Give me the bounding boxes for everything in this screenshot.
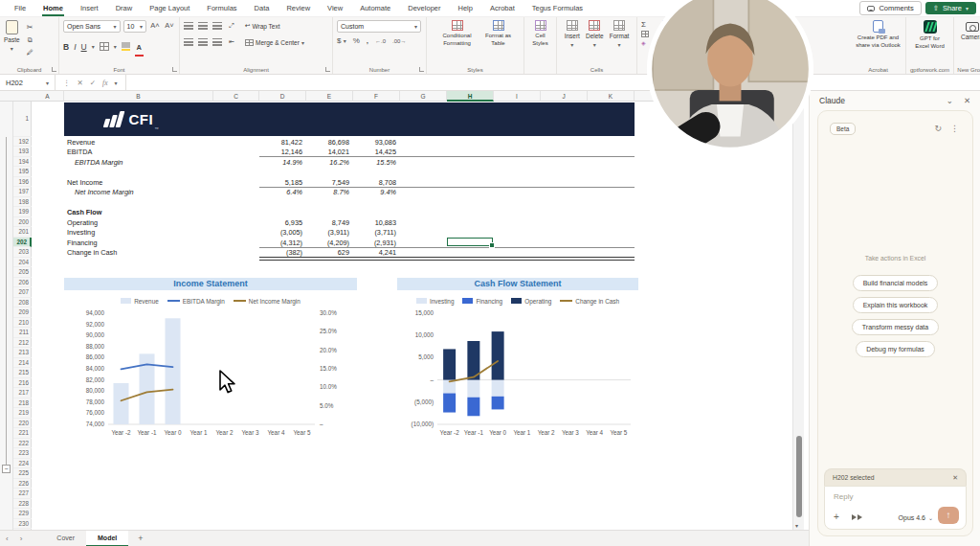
share-button[interactable]: ⇧ Share ▾ <box>925 2 976 14</box>
row-header-198[interactable]: 198 <box>13 197 32 208</box>
panel-close-icon[interactable]: ✕ <box>964 96 970 105</box>
row-header-211[interactable]: 211 <box>13 328 32 338</box>
row-header-213[interactable]: 213 <box>13 348 32 358</box>
row-header-212[interactable]: 212 <box>13 338 32 349</box>
sheet-tab-cover[interactable]: Cover <box>45 531 86 546</box>
cell-value[interactable]: (4,209) <box>305 239 349 247</box>
menu-view[interactable]: View <box>319 0 351 17</box>
row-header-218[interactable]: 218 <box>13 398 32 409</box>
cashflow-statement-chart[interactable]: Cash Flow Statement InvestingFinancingOp… <box>397 278 638 458</box>
align-middle-icon[interactable] <box>198 22 208 30</box>
row-header-202[interactable]: 202 <box>13 238 32 248</box>
menu-draw[interactable]: Draw <box>107 0 142 17</box>
row-header-219[interactable]: 219 <box>13 408 32 419</box>
row-header-227[interactable]: 227 <box>13 489 32 499</box>
column-header-B[interactable]: B <box>64 91 213 102</box>
bold-icon[interactable]: B <box>63 43 69 51</box>
row-header-193[interactable]: 193 <box>13 147 32 157</box>
align-center-icon[interactable] <box>198 38 208 46</box>
column-header-D[interactable]: D <box>259 91 306 102</box>
row-label-196[interactable]: Net Income <box>67 178 102 187</box>
grow-font-icon[interactable]: A˄ <box>149 20 161 32</box>
row-header-223[interactable]: 223 <box>13 448 32 459</box>
action-explain-this-workbook[interactable]: Explain this workbook <box>853 297 939 313</box>
cell-styles-button[interactable]: Cell Styles <box>528 20 552 47</box>
sheet-tab-model[interactable]: Model <box>86 531 128 546</box>
row-header-200[interactable]: 200 <box>13 217 32 228</box>
format-painter-icon[interactable]: 🖉 <box>24 47 36 58</box>
cell-value[interactable]: 14,021 <box>305 148 349 156</box>
menu-review[interactable]: Review <box>278 0 319 17</box>
row-header-228[interactable]: 228 <box>13 499 32 510</box>
alignment-dialog-launcher[interactable] <box>325 67 330 72</box>
insert-function-icon[interactable]: fx <box>102 79 107 87</box>
row-header-229[interactable]: 229 <box>13 509 32 519</box>
camera-button[interactable]: Camera <box>958 20 980 40</box>
row-header-192[interactable]: 192 <box>13 137 32 148</box>
history-icon[interactable]: ↻ <box>934 124 942 133</box>
row-header-199[interactable]: 199 <box>13 207 32 217</box>
row-label-194[interactable]: EBITDA Margin <box>75 158 122 167</box>
row-header-196[interactable]: 196 <box>13 177 32 188</box>
row-header-210[interactable]: 210 <box>13 318 32 329</box>
cell-value[interactable]: 9.4% <box>352 188 396 196</box>
menu-page-layout[interactable]: Page Layout <box>141 0 198 17</box>
row-header-203[interactable]: 203 <box>13 247 32 258</box>
income-statement-chart[interactable]: Income Statement RevenueEBITDA MarginNet… <box>64 278 357 458</box>
cell-value[interactable]: 16.2% <box>305 158 349 167</box>
action-build-financial-models[interactable]: Build financial models <box>853 275 939 291</box>
menu-home[interactable]: Home <box>34 0 72 17</box>
row-header-215[interactable]: 215 <box>13 368 32 378</box>
font-size-select[interactable]: 10▾ <box>123 20 147 33</box>
kebab-menu-icon[interactable]: ⋮ <box>950 124 959 133</box>
font-dialog-launcher[interactable] <box>172 67 177 72</box>
column-header-C[interactable]: C <box>213 91 259 102</box>
conditional-formatting-button[interactable]: Conditional Formatting <box>437 20 478 47</box>
cell-value[interactable]: 4,241 <box>352 248 396 257</box>
row-header-204[interactable]: 204 <box>13 258 32 268</box>
cell-value[interactable]: 8.7% <box>305 188 349 196</box>
row-header-217[interactable]: 217 <box>13 388 32 398</box>
comma-style-icon[interactable]: , <box>367 36 368 45</box>
column-header-E[interactable]: E <box>306 91 353 102</box>
number-dialog-launcher[interactable] <box>419 67 424 72</box>
cell-value[interactable]: (3,911) <box>305 228 349 237</box>
font-name-select[interactable]: Open Sans▾ <box>63 20 121 33</box>
cell-value[interactable]: 6.4% <box>258 188 302 196</box>
menu-file[interactable]: File <box>6 0 34 17</box>
row-header-197[interactable]: 197 <box>13 187 32 197</box>
underline-icon[interactable]: U <box>81 43 87 51</box>
column-header-A[interactable]: A <box>32 91 64 102</box>
row-label-200[interactable]: Operating <box>67 218 98 227</box>
merge-center-button[interactable]: Merge & Center ▾ <box>245 39 304 46</box>
menu-acrobat[interactable]: Acrobat <box>481 0 523 17</box>
increase-decimal-icon[interactable]: ←.0 <box>375 38 386 44</box>
align-left-icon[interactable] <box>184 38 193 46</box>
cell-value[interactable]: 15.5% <box>352 158 396 167</box>
fill-color-icon[interactable] <box>122 42 130 51</box>
column-header-J[interactable]: J <box>541 91 588 102</box>
gpt-button[interactable]: GPT for Excel Word <box>910 20 949 50</box>
row-header-201[interactable]: 201 <box>13 227 32 238</box>
menu-insert[interactable]: Insert <box>72 0 107 17</box>
menu-automate[interactable]: Automate <box>351 0 399 17</box>
next-sheet-icon[interactable]: › <box>14 535 29 543</box>
cell-value[interactable]: 10,883 <box>352 218 396 227</box>
selected-cell[interactable] <box>447 238 493 247</box>
cell-value[interactable]: 14.9% <box>258 158 302 167</box>
row-header-214[interactable]: 214 <box>13 358 32 369</box>
cell-value[interactable]: 14,425 <box>352 148 396 156</box>
menu-formulas[interactable]: Formulas <box>198 0 245 17</box>
row-header-209[interactable]: 209 <box>13 307 32 318</box>
row-label-199[interactable]: Cash Flow <box>67 208 102 216</box>
create-pdf-button[interactable]: Create PDF and share via Outlook <box>855 20 902 49</box>
row-header-216[interactable]: 216 <box>13 378 32 389</box>
row-header-224[interactable]: 224 <box>13 459 32 469</box>
row-label-192[interactable]: Revenue <box>67 138 95 147</box>
add-sheet-button[interactable]: + <box>128 534 152 543</box>
row-header-222[interactable]: 222 <box>13 439 32 449</box>
percent-icon[interactable]: % <box>353 36 360 45</box>
cell-value[interactable]: (4,312) <box>258 239 302 247</box>
row-header-1[interactable]: 1 <box>13 102 32 137</box>
cell-value[interactable]: 81,422 <box>258 138 302 147</box>
